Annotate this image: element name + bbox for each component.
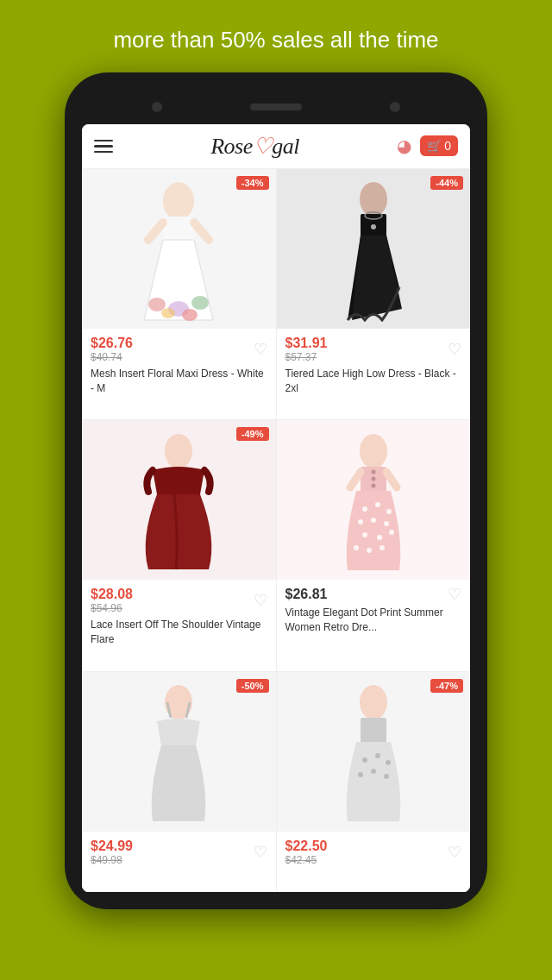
svg-point-7 (182, 309, 198, 321)
svg-point-16 (165, 434, 192, 468)
cart-count: 0 (444, 139, 451, 153)
svg-point-3 (148, 298, 166, 311)
svg-line-34 (350, 472, 361, 487)
svg-point-19 (371, 469, 375, 474)
price-original-6: $42.45 (285, 854, 328, 866)
svg-point-24 (386, 509, 392, 514)
search-button[interactable]: ◕ (397, 135, 411, 156)
product-info-6: $22.50 $42.45 ♡ (277, 832, 471, 875)
price-original-2: $57.37 (285, 351, 328, 363)
svg-point-41 (362, 757, 367, 763)
svg-point-6 (161, 308, 175, 318)
phone-screen: Rose♡gal ◕ 🛒 0 (82, 124, 470, 892)
svg-point-32 (367, 548, 372, 553)
product-image-4[interactable] (277, 420, 471, 580)
product-card-3: -49% $28.08 $54.96 ♡ Lace Insert Off The… (82, 420, 276, 671)
app-header: Rose♡gal ◕ 🛒 0 (82, 124, 470, 169)
svg-point-21 (371, 483, 375, 487)
price-current-1: $26.76 (91, 336, 133, 351)
product-image-2[interactable]: -44% (277, 169, 471, 329)
svg-point-15 (371, 224, 376, 229)
price-current-5: $24.99 (91, 839, 133, 854)
product-info-2: $31.91 $57.37 ♡ Tiered Lace High Low Dre… (277, 329, 471, 403)
svg-point-5 (191, 296, 209, 310)
svg-line-8 (148, 223, 163, 240)
tagline: more than 50% sales all the time (78, 0, 473, 72)
svg-point-39 (360, 685, 387, 719)
app-logo: Rose♡gal (210, 133, 299, 160)
svg-point-25 (358, 519, 363, 525)
phone-camera-2 (390, 102, 400, 112)
wishlist-button-1[interactable]: ♡ (254, 342, 267, 357)
product-card-5: -50% $24.99 $49.98 ♡ (82, 672, 276, 892)
phone-speaker (250, 104, 302, 110)
product-title-4: Vintage Elegant Dot Print Summer Women R… (285, 606, 462, 635)
wishlist-button-5[interactable]: ♡ (254, 845, 267, 860)
svg-point-10 (360, 182, 387, 217)
product-card-2: -44% $31.91 $57.37 ♡ Tiered Lace High Lo… (277, 169, 471, 420)
menu-button[interactable] (94, 140, 113, 154)
product-info-4: $26.81 ♡ Vintage Elegant Dot Print Summe… (277, 580, 471, 642)
cart-icon: 🛒 (427, 139, 442, 153)
product-card-1: -34% $26.76 $40.74 ♡ Mesh Insert Floral … (82, 169, 276, 420)
product-info-3: $28.08 $54.96 ♡ Lace Insert Off The Shou… (82, 580, 276, 654)
phone-frame: Rose♡gal ◕ 🛒 0 (65, 72, 487, 909)
svg-point-0 (163, 182, 194, 220)
wishlist-button-2[interactable]: ♡ (448, 342, 461, 357)
svg-point-20 (371, 476, 375, 481)
product-card-6: -47% $22.50 $42.45 ♡ (277, 672, 471, 892)
wishlist-button-6[interactable]: ♡ (448, 845, 461, 860)
svg-rect-1 (163, 217, 194, 242)
discount-badge-5: -50% (236, 679, 269, 693)
svg-point-31 (354, 545, 359, 550)
svg-point-17 (360, 434, 387, 468)
products-grid: -34% $26.76 $40.74 ♡ Mesh Insert Floral … (82, 169, 470, 892)
product-title-1: Mesh Insert Floral Maxi Dress - White - … (91, 367, 267, 396)
svg-line-35 (386, 472, 397, 487)
product-title-2: Tiered Lace High Low Dress - Black - 2xl (285, 367, 462, 396)
svg-point-28 (362, 532, 367, 537)
wishlist-button-3[interactable]: ♡ (254, 593, 267, 608)
price-current-2: $31.91 (285, 336, 328, 351)
price-current-3: $28.08 (91, 587, 133, 602)
phone-top-bar (82, 90, 470, 124)
svg-point-27 (384, 521, 389, 526)
product-image-3[interactable]: -49% (82, 420, 276, 580)
price-original-3: $54.96 (91, 602, 133, 614)
header-icons: ◕ 🛒 0 (397, 135, 458, 156)
svg-point-29 (377, 535, 382, 540)
svg-point-43 (386, 760, 391, 765)
product-image-5[interactable]: -50% (82, 672, 276, 832)
svg-point-33 (380, 545, 385, 550)
product-image-1[interactable]: -34% (82, 169, 276, 329)
svg-point-22 (362, 506, 367, 512)
price-current-4: $26.81 (285, 587, 328, 602)
price-original-5: $49.98 (91, 854, 133, 866)
cart-button[interactable]: 🛒 0 (420, 135, 458, 156)
product-title-3: Lace Insert Off The Shoulder Vintage Fla… (91, 618, 267, 647)
product-card-4: $26.81 ♡ Vintage Elegant Dot Print Summe… (277, 420, 471, 671)
discount-badge-1: -34% (236, 176, 269, 190)
logo-heart: ♡ (253, 134, 273, 159)
discount-badge-2: -44% (430, 176, 463, 190)
discount-badge-6: -47% (430, 679, 463, 693)
product-image-6[interactable]: -47% (277, 672, 471, 832)
svg-line-9 (194, 223, 209, 240)
svg-point-23 (375, 502, 380, 507)
product-info-1: $26.76 $40.74 ♡ Mesh Insert Floral Maxi … (82, 329, 276, 403)
price-current-6: $22.50 (285, 839, 328, 854)
wishlist-button-4[interactable]: ♡ (448, 587, 461, 602)
svg-point-30 (389, 530, 394, 535)
discount-badge-3: -49% (236, 427, 269, 441)
svg-point-46 (384, 774, 389, 779)
product-info-5: $24.99 $49.98 ♡ (82, 832, 276, 875)
svg-point-26 (371, 518, 376, 523)
svg-marker-13 (352, 236, 402, 320)
svg-point-42 (375, 753, 380, 758)
svg-point-45 (371, 769, 376, 774)
svg-point-44 (358, 772, 363, 777)
phone-camera (152, 102, 162, 112)
price-original-1: $40.74 (91, 351, 133, 363)
svg-rect-40 (361, 718, 386, 744)
